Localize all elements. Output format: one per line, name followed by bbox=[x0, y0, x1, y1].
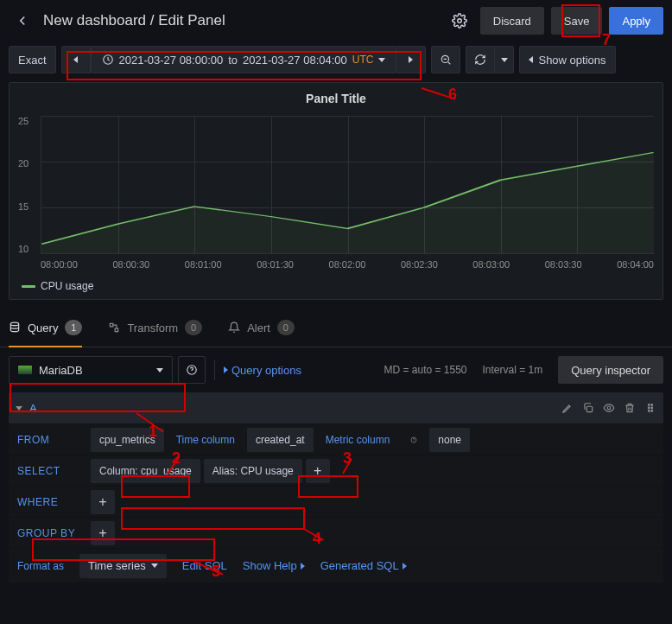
select-alias-segment[interactable]: Alias: CPU usage bbox=[204, 459, 302, 483]
query-footer: Format as Time series Edit SQL Show Help… bbox=[9, 548, 663, 583]
timerange-picker[interactable]: 2021-03-27 08:00:00 to 2021-03-27 08:04:… bbox=[91, 46, 397, 73]
from-row: FROM cpu_metrics Time column created_at … bbox=[9, 423, 663, 455]
svg-point-3 bbox=[10, 322, 18, 326]
legend-label: CPU usage bbox=[41, 280, 93, 292]
gear-icon[interactable] bbox=[446, 7, 473, 35]
refresh-icon[interactable] bbox=[466, 46, 495, 73]
md-info: MD = auto = 1550 bbox=[384, 364, 466, 376]
tab-transform[interactable]: Transform 0 bbox=[108, 309, 202, 347]
interval-info: Interval = 1m bbox=[483, 364, 543, 376]
edit-sql-link[interactable]: Edit SQL bbox=[182, 559, 227, 572]
metric-column-value[interactable]: none bbox=[429, 428, 470, 452]
legend-swatch bbox=[22, 285, 35, 288]
svg-point-8 bbox=[651, 404, 653, 406]
where-label: WHERE bbox=[9, 496, 91, 508]
collapse-icon[interactable] bbox=[16, 406, 22, 411]
x-axis-labels: 08:00:00 08:00:30 08:01:00 08:01:30 08:0… bbox=[41, 259, 654, 270]
panel-title: Panel Title bbox=[10, 86, 662, 111]
groupby-add-button[interactable]: + bbox=[91, 521, 115, 545]
datasource-help-icon[interactable] bbox=[178, 356, 206, 384]
clock-icon bbox=[102, 54, 114, 66]
chart-legend[interactable]: CPU usage bbox=[10, 275, 662, 299]
y-axis-labels: 25 20 15 10 bbox=[18, 116, 37, 254]
metric-column-help-icon[interactable] bbox=[402, 428, 426, 452]
query-id: A bbox=[29, 402, 37, 415]
refresh-group bbox=[466, 46, 514, 73]
from-label: FROM bbox=[9, 434, 91, 446]
generated-sql-link[interactable]: Generated SQL bbox=[320, 559, 407, 572]
select-column-segment[interactable]: Column: cpu_usage bbox=[91, 459, 200, 483]
query-inspector-button[interactable]: Query inspector bbox=[558, 356, 663, 384]
svg-point-7 bbox=[648, 404, 650, 406]
zoom-out-icon[interactable] bbox=[431, 46, 460, 73]
panel-toolbar: Exact 2021-03-27 08:00:00 to 2021-03-27 … bbox=[0, 41, 672, 82]
metric-column-label[interactable]: Metric column bbox=[317, 428, 399, 452]
timerange-tz: UTC bbox=[352, 54, 374, 66]
timerange-from: 2021-03-27 08:00:00 bbox=[119, 54, 224, 67]
svg-point-11 bbox=[648, 411, 650, 412]
tab-query[interactable]: Query 1 bbox=[9, 309, 82, 347]
mariadb-logo-icon bbox=[18, 366, 32, 374]
editor-tabs: Query 1 Transform 0 Alert 0 bbox=[0, 309, 672, 347]
apply-button[interactable]: Apply bbox=[609, 7, 663, 35]
timerange-group: 2021-03-27 08:00:00 to 2021-03-27 08:04:… bbox=[61, 46, 427, 73]
show-help-link[interactable]: Show Help bbox=[243, 559, 305, 572]
from-table-segment[interactable]: cpu_metrics bbox=[91, 428, 164, 452]
timerange-prev-icon[interactable] bbox=[61, 46, 91, 73]
chevron-right-icon bbox=[224, 366, 228, 373]
query-options-link[interactable]: Query options bbox=[224, 364, 301, 377]
timerange-end: 2021-03-27 08:04:00 bbox=[243, 54, 347, 67]
page-title: New dashboard / Edit Panel bbox=[43, 12, 225, 29]
editor-topbar: New dashboard / Edit Panel Discard Save … bbox=[0, 0, 672, 41]
svg-point-12 bbox=[651, 411, 653, 412]
show-options-label: Show options bbox=[538, 54, 605, 67]
refresh-interval-dropdown[interactable] bbox=[495, 46, 514, 73]
exact-button[interactable]: Exact bbox=[9, 46, 56, 73]
save-button[interactable]: Save bbox=[551, 7, 603, 35]
edit-icon[interactable] bbox=[561, 402, 574, 414]
where-row: WHERE + bbox=[9, 486, 663, 517]
chevron-left-icon bbox=[529, 56, 533, 63]
plot-area bbox=[41, 116, 654, 254]
show-options-button[interactable]: Show options bbox=[519, 46, 615, 73]
back-arrow-icon[interactable] bbox=[9, 7, 36, 35]
chevron-down-icon bbox=[151, 564, 158, 568]
svg-rect-5 bbox=[586, 406, 592, 411]
timerange-next-icon[interactable] bbox=[396, 46, 426, 73]
groupby-row: GROUP BY + bbox=[9, 517, 663, 548]
groupby-label: GROUP BY bbox=[9, 527, 91, 539]
svg-point-0 bbox=[458, 19, 462, 23]
format-as-select[interactable]: Time series bbox=[79, 554, 167, 578]
datasource-select[interactable]: MariaDB bbox=[9, 356, 173, 384]
svg-point-10 bbox=[651, 407, 653, 409]
trash-icon[interactable] bbox=[624, 402, 636, 414]
tab-alert[interactable]: Alert 0 bbox=[228, 309, 295, 347]
chart[interactable]: 25 20 15 10 08:00:00 08:00:30 08:01:00 bbox=[10, 111, 662, 275]
timerange-to-word: to bbox=[228, 54, 238, 67]
discard-button[interactable]: Discard bbox=[480, 7, 544, 35]
where-add-button[interactable]: + bbox=[91, 490, 115, 514]
svg-point-9 bbox=[648, 407, 650, 409]
time-column-value[interactable]: created_at bbox=[247, 428, 314, 452]
format-as-label: Format as bbox=[17, 560, 64, 572]
select-label: SELECT bbox=[9, 465, 91, 477]
time-column-label[interactable]: Time column bbox=[168, 428, 244, 452]
chevron-down-icon bbox=[156, 368, 163, 372]
datasource-name: MariaDB bbox=[39, 364, 83, 377]
viz-panel: Panel Title 25 20 15 10 08:00:00 0 bbox=[9, 82, 663, 300]
chevron-down-icon bbox=[378, 58, 385, 62]
copy-icon[interactable] bbox=[582, 402, 594, 414]
line-series bbox=[41, 116, 654, 253]
query-row-header[interactable]: A bbox=[9, 392, 663, 423]
query-header: MariaDB Query options MD = auto = 1550 I… bbox=[0, 347, 672, 392]
select-row: SELECT Column: cpu_usage Alias: CPU usag… bbox=[9, 455, 663, 486]
drag-handle-icon[interactable] bbox=[644, 402, 656, 414]
svg-point-6 bbox=[607, 406, 611, 410]
query-row-actions bbox=[561, 402, 656, 414]
query-row-A: A FROM cpu_metrics Time column created_a… bbox=[9, 392, 663, 583]
select-add-button[interactable]: + bbox=[306, 459, 330, 483]
eye-icon[interactable] bbox=[603, 402, 615, 414]
